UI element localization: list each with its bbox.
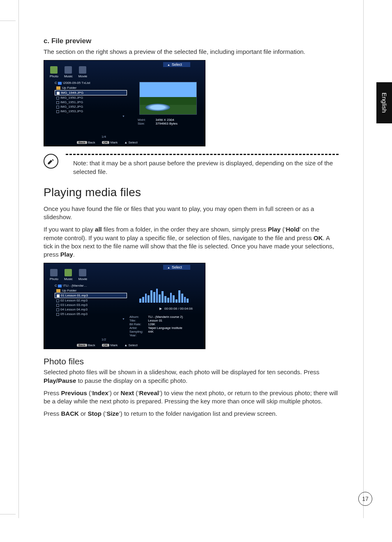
file-row-selected: IMG_1949.JPG bbox=[55, 90, 127, 95]
music-info-labels: Album: Title: Bit Rate: Artist: Sampling… bbox=[129, 315, 143, 337]
section-c-body: The section on the right shows a preview… bbox=[44, 48, 339, 56]
folder-icon bbox=[58, 82, 62, 85]
file-row-selected: 01 Lesson 01.mp3 bbox=[55, 293, 127, 298]
bottom-bar: Back Back OK Mark ▲ Select bbox=[77, 141, 197, 144]
breadcrumb: C \2009-09-05 TxList bbox=[55, 81, 127, 85]
page-number: 17 bbox=[358, 492, 372, 506]
note-body: Note: that it may be a short pause befor… bbox=[66, 154, 339, 176]
topbar-select: Select bbox=[163, 265, 190, 270]
photo-heading: Photo files bbox=[44, 357, 339, 366]
photo-p3: Press BACK or Stop (‘Size’) to return to… bbox=[44, 410, 339, 418]
breadcrumb: C \TLI - (Mandar… bbox=[55, 284, 127, 287]
photo-preview-info: WxH: Size: 3456 X 2304 3794963 Bytes bbox=[138, 118, 199, 125]
pager: 1/2 bbox=[101, 338, 106, 341]
scroll-down-icon: ▼ bbox=[122, 317, 125, 320]
bottom-bar: Back Back OK Mark ▲ Select bbox=[77, 343, 197, 347]
play-position: 00:00:08 / 00:04:06 bbox=[159, 307, 193, 310]
note-text: Note: that it may be a short pause befor… bbox=[66, 159, 339, 176]
crop-mark-bottom bbox=[0, 514, 16, 514]
crop-mark-top bbox=[0, 21, 16, 21]
movie-icon bbox=[79, 269, 86, 276]
photo-p2: Press Previous (‘Index’) or Next (‘Revea… bbox=[44, 389, 339, 406]
file-row: 03 Lesson 03.mp3 bbox=[55, 303, 127, 307]
music-info-values: TLI - (Mandarin course 2) Lesson 01 128K… bbox=[148, 315, 183, 337]
playing-p1: Once you have found the file or files th… bbox=[44, 205, 339, 222]
file-list: C \TLI - (Mandar… Up Folder 01 Lesson 01… bbox=[55, 284, 127, 316]
photo-icon bbox=[50, 269, 58, 276]
note-icon bbox=[44, 154, 58, 169]
cat-photo: Photo bbox=[50, 269, 58, 281]
preview-info-values: 3456 X 2304 3794963 Bytes bbox=[156, 118, 178, 125]
equalizer bbox=[139, 286, 189, 303]
section-c-title: c. File preview bbox=[44, 37, 339, 45]
note-block: Note: that it may be a short pause befor… bbox=[44, 154, 339, 176]
page-content: c. File preview The section on the right… bbox=[18, 0, 364, 518]
scroll-down-icon: ▼ bbox=[122, 115, 125, 118]
cat-music: Music bbox=[64, 269, 73, 281]
photo-preview-image bbox=[139, 82, 197, 115]
file-list: C \2009-09-05 TxList Up Folder IMG_1949.… bbox=[55, 81, 127, 113]
language-tab: English bbox=[376, 82, 392, 123]
category-row: Photo Music Movie bbox=[50, 66, 87, 78]
file-row: IMG_1952.JPG bbox=[55, 104, 127, 109]
cat-music: Music bbox=[64, 66, 73, 78]
dashed-rule bbox=[66, 154, 339, 155]
folder-up-icon bbox=[56, 86, 60, 90]
cat-photo: Photo bbox=[50, 66, 58, 78]
music-icon bbox=[65, 66, 72, 74]
folder-up-icon bbox=[56, 289, 60, 292]
pager: 1/4 bbox=[101, 135, 106, 139]
screenshot-photo-preview: Select Photo Music Movie C \2009-09-05 T… bbox=[44, 60, 205, 146]
file-row: 04 Lesson 04.mp3 bbox=[55, 307, 127, 312]
folder-icon bbox=[58, 285, 62, 287]
file-row: IMG_1951.JPG bbox=[55, 100, 127, 104]
movie-icon bbox=[79, 66, 86, 74]
file-row: 05 Lesson 05.mp3 bbox=[55, 312, 127, 316]
cat-movie: Movie bbox=[78, 269, 87, 281]
preview-info-labels: WxH: Size: bbox=[138, 118, 146, 125]
cat-movie: Movie bbox=[78, 66, 87, 78]
photo-icon bbox=[50, 66, 58, 74]
file-row: IMG_1953.JPG bbox=[55, 109, 127, 113]
pen-icon bbox=[47, 157, 55, 165]
topbar-select: Select bbox=[163, 62, 190, 67]
playing-p2: If you want to play all files from a fol… bbox=[44, 225, 339, 259]
photo-p1: Selected photo files will be shown in a … bbox=[44, 368, 339, 385]
category-row: Photo Music Movie bbox=[50, 269, 87, 281]
screenshot-music-preview: Select Photo Music Movie C \TLI - (Manda… bbox=[44, 263, 205, 349]
playing-heading: Playing media files bbox=[44, 186, 339, 199]
music-info: Album: Title: Bit Rate: Artist: Sampling… bbox=[129, 315, 203, 337]
up-folder: Up Folder bbox=[55, 86, 127, 90]
file-row: IMG_1950.JPG bbox=[55, 95, 127, 100]
up-folder: Up Folder bbox=[55, 288, 127, 293]
music-icon bbox=[65, 269, 72, 276]
file-row: 02 Lesson 02.mp3 bbox=[55, 298, 127, 303]
